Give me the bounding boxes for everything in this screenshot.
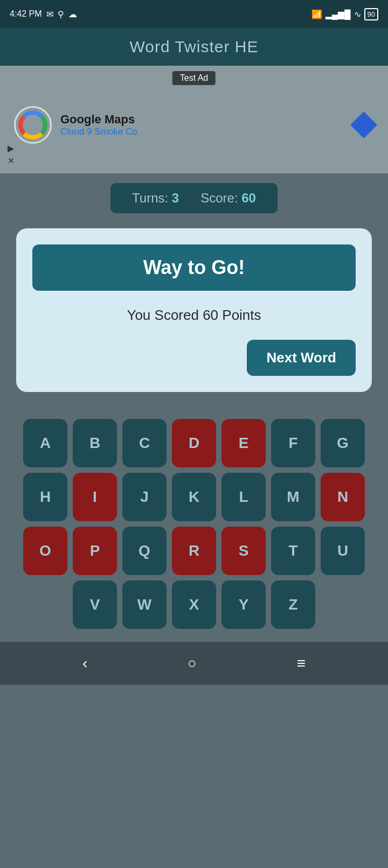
keyboard-row-2: OPQRSTU <box>8 527 380 575</box>
status-bar: 4:42 PM ✉ ⚲ ☁ 📶 ▂▄▆█ ∿ 90 <box>0 0 388 28</box>
keyboard-row-0: ABCDEFG <box>8 419 380 467</box>
key-e[interactable]: E <box>221 419 266 467</box>
score-bar: Turns: 3 Score: 60 <box>0 173 388 223</box>
vibrate-icon: 📶 <box>311 9 322 19</box>
bottom-nav: ‹ ○ ≡ <box>0 642 388 685</box>
time-display: 4:42 PM <box>10 9 42 19</box>
key-u[interactable]: U <box>321 527 365 575</box>
google-logo-circle <box>18 110 47 139</box>
status-left: 4:42 PM ✉ ⚲ ☁ <box>10 9 77 19</box>
score-label: Score: 60 <box>200 191 256 206</box>
ad-banner: Test Ad Google Maps Cloud 9 Smoke Co. ▶ … <box>0 66 388 173</box>
app-title: Word Twister HE <box>130 38 259 56</box>
key-b[interactable]: B <box>73 419 117 467</box>
dialog-actions: Next Word <box>32 340 356 376</box>
back-button[interactable]: ‹ <box>82 655 87 672</box>
key-d[interactable]: D <box>172 419 216 467</box>
score-box: Turns: 3 Score: 60 <box>110 183 278 213</box>
key-i[interactable]: I <box>73 473 117 521</box>
key-v[interactable]: V <box>73 580 117 629</box>
key-a[interactable]: A <box>23 419 67 467</box>
next-word-button[interactable]: Next Word <box>247 340 356 376</box>
turns-value: 3 <box>172 191 179 205</box>
turns-label: Turns: 3 <box>132 191 179 206</box>
key-r[interactable]: R <box>172 527 216 575</box>
cloud-icon: ☁ <box>68 9 77 19</box>
key-l[interactable]: L <box>221 473 266 521</box>
ad-text: Google Maps Cloud 9 Smoke Co. <box>60 113 140 137</box>
ad-subtitle: Cloud 9 Smoke Co. <box>60 127 140 137</box>
ad-arrow-icon[interactable] <box>350 111 377 138</box>
score-value: 60 <box>241 191 256 205</box>
key-y[interactable]: Y <box>221 580 266 629</box>
signal-icon: ▂▄▆█ <box>325 9 351 19</box>
keyboard-row-1: HIJKLMN <box>8 473 380 521</box>
key-m[interactable]: M <box>271 473 315 521</box>
key-z[interactable]: Z <box>271 580 315 629</box>
dialog-title-bar: Way to Go! <box>32 244 356 291</box>
ad-play-icon[interactable]: ▶ <box>8 143 15 153</box>
app-header: Word Twister HE <box>0 28 388 66</box>
dialog-title: Way to Go! <box>143 256 245 278</box>
usb-icon: ⚲ <box>58 9 64 19</box>
result-dialog: Way to Go! You Scored 60 Points Next Wor… <box>16 228 372 392</box>
ad-label: Test Ad <box>172 71 216 85</box>
ad-logo <box>14 106 52 144</box>
key-p[interactable]: P <box>73 527 117 575</box>
status-right: 📶 ▂▄▆█ ∿ 90 <box>311 8 378 20</box>
ad-close-icon[interactable]: ✕ <box>8 156 15 166</box>
key-c[interactable]: C <box>122 419 167 467</box>
dialog-message: You Scored 60 Points <box>32 307 356 324</box>
key-t[interactable]: T <box>271 527 315 575</box>
dialog-overlay: Way to Go! You Scored 60 Points Next Wor… <box>0 223 388 408</box>
key-n[interactable]: N <box>321 473 365 521</box>
key-h[interactable]: H <box>23 473 67 521</box>
ad-company: Google Maps <box>60 113 140 127</box>
key-k[interactable]: K <box>172 473 216 521</box>
whatsapp-icon: ✉ <box>46 9 53 19</box>
key-w[interactable]: W <box>122 580 167 629</box>
ad-controls: ▶ ✕ <box>8 143 15 166</box>
battery-icon: 90 <box>364 8 378 20</box>
home-button[interactable]: ○ <box>188 655 197 672</box>
key-g[interactable]: G <box>321 419 365 467</box>
key-s[interactable]: S <box>221 527 266 575</box>
key-j[interactable]: J <box>122 473 167 521</box>
menu-button[interactable]: ≡ <box>297 655 306 672</box>
key-f[interactable]: F <box>271 419 315 467</box>
wifi-icon: ∿ <box>354 9 361 19</box>
keyboard-area: ABCDEFGHIJKLMNOPQRSTUVWXYZ <box>0 408 388 642</box>
keyboard-row-3: VWXYZ <box>8 580 380 629</box>
key-x[interactable]: X <box>172 580 216 629</box>
key-o[interactable]: O <box>23 527 67 575</box>
key-q[interactable]: Q <box>122 527 167 575</box>
